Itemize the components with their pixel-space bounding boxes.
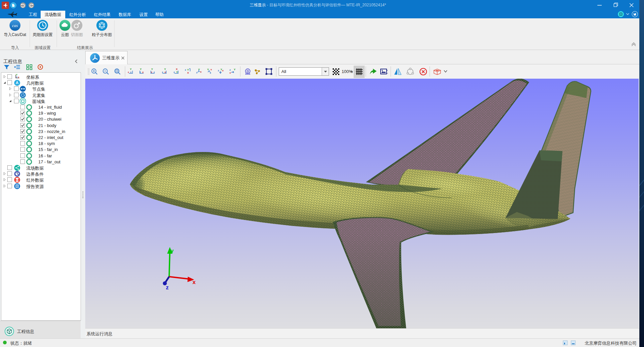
svg-text:z: z [166, 284, 169, 291]
svg-text:Y: Y [207, 68, 209, 71]
svg-text:X: X [176, 68, 178, 71]
svg-text:x: x [200, 70, 202, 73]
svg-text:Y: Y [164, 68, 166, 71]
svg-text:y: y [170, 248, 174, 254]
svg-text:x: x [210, 68, 212, 71]
svg-text:Y: Y [140, 68, 142, 71]
svg-text:Y: Y [187, 68, 189, 71]
svg-text:Y: Y [234, 68, 236, 71]
svg-text:z: z [16, 76, 18, 78]
svg-text:cas: cas [12, 23, 18, 28]
svg-text:x: x [18, 76, 19, 78]
svg-text:z: z [229, 68, 231, 71]
svg-text:x: x [222, 69, 224, 72]
svg-text:z: z [185, 68, 186, 71]
svg-text:z: z [218, 69, 219, 72]
svg-text:x: x [192, 279, 196, 285]
svg-text:Y: Y [130, 68, 132, 71]
svg-text:Y: Y [151, 68, 153, 71]
svg-text:X: X [187, 71, 189, 74]
svg-text:x: x [229, 71, 231, 74]
svg-text:z: z [196, 71, 197, 74]
